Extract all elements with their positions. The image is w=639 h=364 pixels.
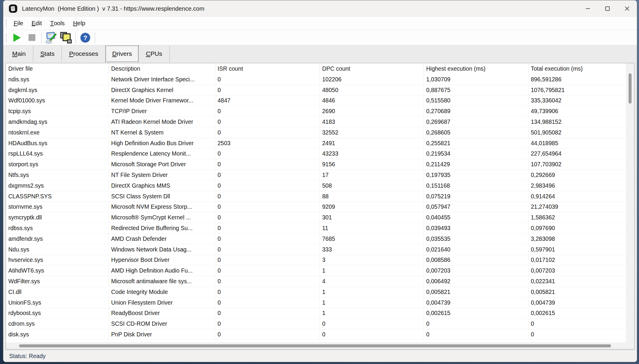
cell-highest-execution: 0,002615 bbox=[424, 308, 528, 319]
horizontal-scrollbar[interactable] bbox=[6, 342, 634, 349]
vertical-scrollbar[interactable] bbox=[626, 63, 634, 342]
cell-isr-count: 0 bbox=[215, 223, 320, 233]
table-row[interactable]: Ndu.sys Windows Network Data Usag... 0 3… bbox=[6, 244, 634, 255]
table-row[interactable]: dxgkrnl.sys DirectX Graphics Kernel 0 48… bbox=[6, 85, 634, 96]
table-row[interactable]: symcryptk.dll Microsoft® SymCrypt Kernel… bbox=[6, 212, 634, 223]
table-row[interactable]: CI.dll Code Integrity Module 0 1 0,00582… bbox=[6, 287, 634, 297]
report-button[interactable] bbox=[59, 31, 73, 45]
table-row[interactable]: disk.sys PnP Disk Driver 0 0 0 0 bbox=[6, 329, 634, 340]
cell-driver-file: cdrom.sys bbox=[6, 319, 109, 329]
cell-highest-execution: 0,219534 bbox=[424, 149, 528, 159]
cell-driver-file: storport.sys bbox=[6, 159, 109, 170]
help-button[interactable]: ? bbox=[78, 31, 93, 45]
cell-highest-execution: 0,035535 bbox=[424, 234, 528, 244]
table-row[interactable]: amdfendr.sys AMD Crash Defender 0 7685 0… bbox=[6, 234, 634, 244]
menu-tools[interactable]: Tools bbox=[46, 17, 69, 30]
cell-isr-count: 0 bbox=[215, 212, 320, 223]
cell-driver-file: ndis.sys bbox=[6, 74, 109, 85]
cell-dpc-count: 0 bbox=[320, 329, 424, 340]
column-header-isr-count[interactable]: ISR count bbox=[215, 63, 320, 74]
cell-description: SCSI CD-ROM Driver bbox=[109, 319, 215, 329]
start-monitor-button[interactable] bbox=[10, 31, 24, 45]
maximize-button[interactable] bbox=[598, 0, 617, 17]
tab-cpus[interactable]: CPUs bbox=[139, 45, 169, 62]
cell-isr-count: 0 bbox=[215, 308, 320, 319]
cell-description: SCSI Class System Dll bbox=[109, 191, 215, 202]
column-header-description[interactable]: Description bbox=[109, 63, 215, 74]
cell-dpc-count: 2690 bbox=[320, 106, 424, 116]
column-header-dpc-count[interactable]: DPC count bbox=[320, 63, 424, 74]
table-row[interactable]: tcpip.sys TCP/IP Driver 0 2690 0,270689 … bbox=[6, 106, 634, 117]
cell-dpc-count: 301 bbox=[320, 212, 424, 223]
cell-total-execution: 0,097690 bbox=[528, 223, 634, 233]
table-row[interactable]: rdbss.sys Redirected Drive Buffering Su.… bbox=[6, 223, 634, 234]
svg-text:?: ? bbox=[83, 34, 87, 42]
cell-highest-execution: 0 bbox=[424, 329, 528, 340]
horizontal-scrollbar-thumb[interactable] bbox=[19, 344, 611, 347]
table-row[interactable]: storport.sys Microsoft Storage Port Driv… bbox=[6, 159, 634, 170]
cell-description: AMD High Definition Audio Fu... bbox=[109, 265, 215, 276]
cell-driver-file: CI.dll bbox=[6, 287, 109, 297]
app-icon bbox=[9, 4, 18, 13]
cell-description: Redirected Drive Buffering Su... bbox=[109, 223, 215, 233]
table-row[interactable]: UnionFS.sys Union Filesystem Driver 0 1 … bbox=[6, 297, 634, 308]
table-row[interactable]: cdrom.sys SCSI CD-ROM Driver 0 0 0 0 bbox=[6, 319, 634, 329]
menu-edit[interactable]: Edit bbox=[27, 17, 46, 30]
column-header-driver-file[interactable]: Driver file bbox=[6, 63, 109, 74]
cell-description: Kernel Mode Driver Framewor... bbox=[109, 96, 215, 106]
cell-dpc-count: 2491 bbox=[320, 138, 424, 148]
cell-description: ReadyBoost Driver bbox=[109, 308, 215, 319]
column-header-highest-execution[interactable]: Highest execution (ms) bbox=[424, 63, 528, 74]
table-header: Driver file Description ISR count DPC co… bbox=[6, 63, 634, 74]
cell-dpc-count: 48050 bbox=[320, 85, 424, 95]
minimize-button[interactable] bbox=[578, 0, 598, 17]
table-row[interactable]: dxgmms2.sys DirectX Graphics MMS 0 508 0… bbox=[6, 181, 634, 191]
toolbar-separator bbox=[75, 32, 76, 43]
table-row[interactable]: hvservice.sys Hypervisor Boot Driver 0 3… bbox=[6, 255, 634, 266]
cell-highest-execution: 0,075219 bbox=[424, 191, 528, 202]
table-row[interactable]: stornvme.sys Microsoft NVM Express Storp… bbox=[6, 202, 634, 213]
cell-total-execution: 1,586362 bbox=[528, 212, 634, 223]
cell-description: Code Integrity Module bbox=[109, 287, 215, 297]
options-icon bbox=[44, 31, 58, 44]
table-row[interactable]: Ntfs.sys NT File System Driver 0 17 0,19… bbox=[6, 170, 634, 181]
tab-drivers[interactable]: Drivers bbox=[106, 45, 138, 62]
menubar-grip[interactable] bbox=[6, 19, 7, 28]
table-row[interactable]: CLASSPNP.SYS SCSI Class System Dll 0 88 … bbox=[6, 191, 634, 202]
tab-stats[interactable]: Stats bbox=[33, 45, 62, 62]
toolbar-grip[interactable] bbox=[6, 34, 7, 42]
help-icon: ? bbox=[79, 31, 92, 44]
table-row[interactable]: AtihdWT6.sys AMD High Definition Audio F… bbox=[6, 265, 634, 276]
cell-total-execution: 0,914264 bbox=[528, 191, 634, 202]
cell-dpc-count: 508 bbox=[320, 181, 424, 191]
menu-file[interactable]: File bbox=[10, 17, 27, 30]
table-row[interactable]: HDAudBus.sys High Definition Audio Bus D… bbox=[6, 138, 634, 149]
cell-driver-file: dxgkrnl.sys bbox=[6, 85, 109, 95]
table-row[interactable]: ntoskrnl.exe NT Kernel & System 0 32552 … bbox=[6, 127, 634, 138]
tab-main[interactable]: Main bbox=[5, 45, 33, 62]
table-row[interactable]: rspLLL64.sys Resplendence Latency Monit.… bbox=[6, 149, 634, 159]
toolbar-separator bbox=[95, 32, 95, 43]
column-header-total-execution[interactable]: Total execution (ms) bbox=[528, 63, 634, 74]
cell-description: Microsoft Storage Port Driver bbox=[109, 159, 215, 170]
menu-help[interactable]: Help bbox=[69, 17, 89, 30]
close-button[interactable] bbox=[617, 0, 637, 17]
table-row[interactable]: Wdf01000.sys Kernel Mode Driver Framewor… bbox=[6, 96, 634, 106]
cell-highest-execution: 0,515580 bbox=[424, 96, 528, 106]
cell-isr-count: 0 bbox=[215, 74, 320, 85]
cell-isr-count: 0 bbox=[215, 127, 320, 138]
tab-processes[interactable]: Processes bbox=[62, 45, 105, 62]
cell-driver-file: HDAudBus.sys bbox=[6, 138, 109, 148]
table-row[interactable]: ndis.sys Network Driver Interface Speci.… bbox=[6, 74, 634, 85]
table-row[interactable]: amdkmdag.sys ATI Radeon Kernel Mode Driv… bbox=[6, 117, 634, 127]
table-row[interactable]: rdyboost.sys ReadyBoost Driver 0 1 0,002… bbox=[6, 308, 634, 319]
table-row[interactable]: WdFilter.sys Microsoft antimalware file … bbox=[6, 276, 634, 287]
cell-highest-execution: 0,007203 bbox=[424, 265, 528, 276]
options-button[interactable] bbox=[44, 31, 59, 45]
cell-total-execution: 0,007203 bbox=[528, 265, 634, 276]
title-bar: LatencyMon (Home Edition ) v 7.31 - http… bbox=[3, 0, 637, 17]
cell-isr-count: 2503 bbox=[215, 138, 320, 148]
vertical-scrollbar-thumb[interactable] bbox=[629, 73, 632, 104]
cell-highest-execution: 0,211429 bbox=[424, 159, 528, 170]
stop-monitor-button[interactable] bbox=[24, 31, 39, 45]
